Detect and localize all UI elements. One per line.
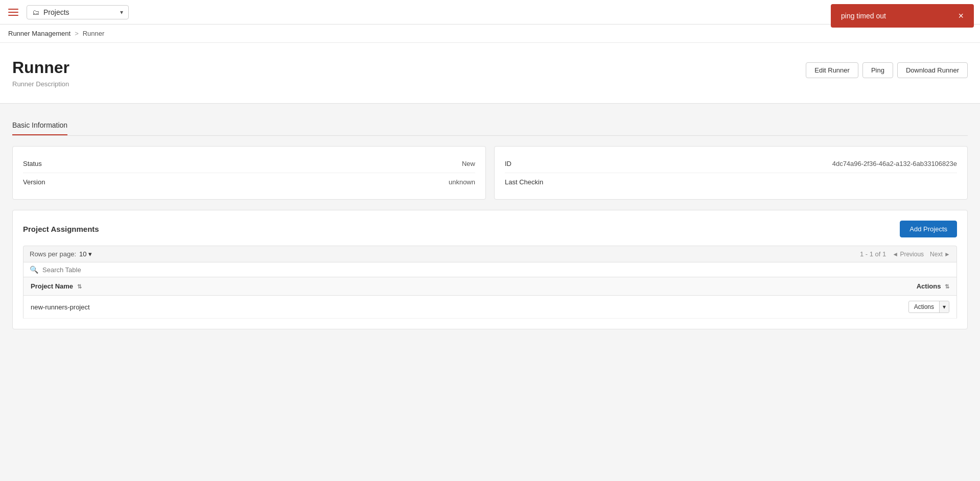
id-value: 4dc74a96-2f36-46a2-a132-6ab33106823e — [832, 160, 957, 167]
assignments-title: Project Assignments — [23, 225, 99, 233]
search-icon: 🔍 — [30, 266, 38, 274]
tab-basic-information[interactable]: Basic Information — [12, 116, 67, 135]
version-value: unknown — [449, 178, 475, 186]
assignments-header: Project Assignments Add Projects — [23, 221, 957, 237]
project-name-cell: new-runners-project — [24, 296, 555, 319]
search-input[interactable] — [42, 266, 950, 274]
download-runner-button[interactable]: Download Runner — [897, 62, 968, 78]
rows-per-page-control: Rows per page: 10 ▾ — [30, 250, 92, 258]
page-header: Runner Runner Description Edit Runner Pi… — [0, 43, 980, 103]
ping-button[interactable]: Ping — [862, 62, 893, 78]
actions-dropdown[interactable]: Actions ▾ — [908, 301, 949, 313]
chevron-down-icon: ▾ — [120, 9, 123, 16]
breadcrumb-separator: > — [75, 30, 79, 37]
version-label: Version — [23, 178, 45, 186]
table-controls: Rows per page: 10 ▾ 1 - 1 of 1 ◄ Previou… — [23, 246, 957, 262]
previous-button[interactable]: ◄ Previous — [892, 251, 924, 258]
header-actions: Edit Runner Ping Download Runner — [806, 62, 968, 78]
rows-per-page-value: 10 — [79, 250, 86, 258]
sort-icon-actions[interactable]: ⇅ — [945, 283, 949, 290]
column-project-name: Project Name ⇅ — [24, 277, 555, 296]
tab-bar: Basic Information — [12, 116, 968, 136]
rows-per-page-label: Rows per page: — [30, 250, 76, 258]
pagination-count: 1 - 1 of 1 — [860, 250, 886, 258]
info-card-right: ID 4dc74a96-2f36-46a2-a132-6ab33106823e … — [494, 146, 968, 200]
search-bar: 🔍 — [23, 262, 957, 277]
id-label: ID — [505, 160, 511, 167]
table-header-row: Project Name ⇅ Actions ⇅ — [24, 277, 957, 296]
toast-message: ping timed out — [841, 12, 886, 20]
info-card-left: Status New Version unknown — [12, 146, 486, 200]
info-row-version: Version unknown — [23, 173, 475, 191]
breadcrumb-parent-link[interactable]: Runner Management — [8, 30, 71, 37]
info-row-last-checkin: Last Checkin — [505, 173, 957, 191]
projects-icon: 🗂 — [32, 8, 39, 16]
actions-dropdown-caret-icon[interactable]: ▾ — [939, 301, 949, 312]
table-row: new-runners-project Actions ▾ — [24, 296, 957, 319]
actions-dropdown-label: Actions — [909, 301, 939, 312]
actions-cell: Actions ▾ — [555, 296, 956, 319]
status-value: New — [462, 160, 475, 167]
main-content: Basic Information Status New Version unk… — [0, 104, 980, 481]
info-cards-row: Status New Version unknown ID 4dc74a96-2… — [12, 146, 968, 200]
next-button[interactable]: Next ► — [930, 251, 950, 258]
last-checkin-label: Last Checkin — [505, 178, 543, 186]
breadcrumb-current: Runner — [83, 30, 105, 37]
column-actions: Actions ⇅ — [555, 277, 956, 296]
status-label: Status — [23, 160, 42, 167]
info-row-id: ID 4dc74a96-2f36-46a2-a132-6ab33106823e — [505, 155, 957, 173]
add-projects-button[interactable]: Add Projects — [900, 221, 957, 237]
rows-per-page-selector[interactable]: 10 ▾ — [79, 250, 91, 258]
page-subtitle: Runner Description — [12, 80, 69, 88]
info-row-status: Status New — [23, 155, 475, 173]
data-table: Project Name ⇅ Actions ⇅ new-runners-pro… — [23, 277, 957, 319]
hamburger-icon[interactable] — [8, 9, 18, 16]
edit-runner-button[interactable]: Edit Runner — [806, 62, 858, 78]
page-title: Runner — [12, 58, 69, 77]
sort-icon-project-name[interactable]: ⇅ — [77, 283, 82, 290]
project-selector[interactable]: 🗂 Projects ▾ — [27, 5, 129, 19]
assignments-section: Project Assignments Add Projects Rows pe… — [12, 210, 968, 329]
toast-notification: ping timed out × — [831, 4, 974, 28]
project-selector-label: Projects — [43, 8, 69, 16]
toast-close-button[interactable]: × — [958, 11, 964, 20]
rows-dropdown-icon: ▾ — [88, 250, 92, 258]
pagination-info: 1 - 1 of 1 ◄ Previous Next ► — [860, 250, 950, 258]
